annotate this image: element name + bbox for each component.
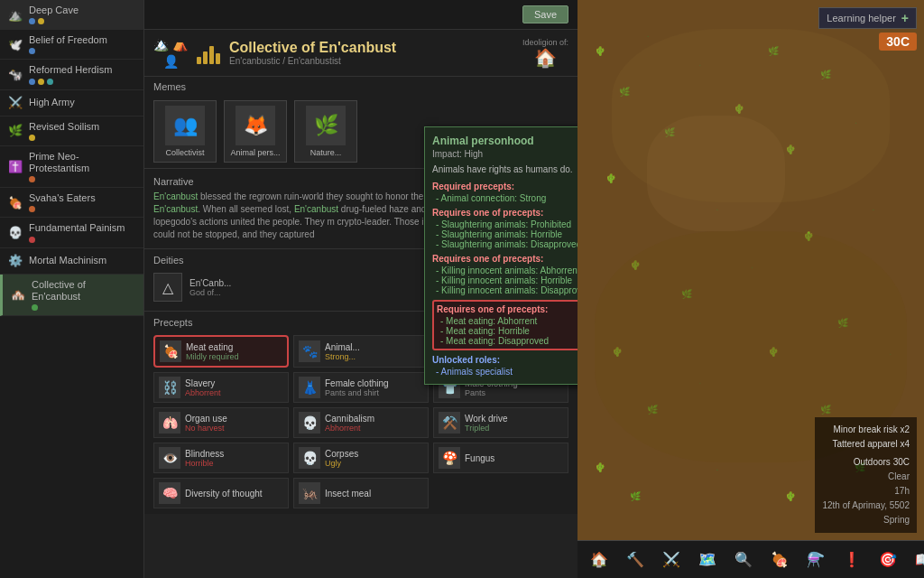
precept-item-female-clothing[interactable]: 👗 Female clothing Pants and shirt bbox=[293, 372, 429, 403]
sidebar-item-reformed-herdism[interactable]: 🐄 Reformed Herdism bbox=[0, 60, 143, 89]
precept-value-cannibalism: Abhorrent bbox=[325, 424, 423, 433]
precept-item-animal-rights[interactable]: 🐾 Animal... Strong... bbox=[293, 335, 429, 368]
precept-name-diversity-thought: Diversity of thought bbox=[185, 489, 283, 499]
sidebar-item-collective-encanbust[interactable]: 🏘️ Collective of En'canbust bbox=[0, 275, 143, 316]
precept-icon-meat-eating: 🍖 bbox=[160, 340, 181, 362]
tooltip-one-item-1: - Slaughtering animals: Disapproved bbox=[436, 239, 578, 249]
sidebar-dots-belief-freedom bbox=[29, 48, 107, 54]
memes-label: Memes bbox=[144, 77, 578, 95]
precept-item-cannibalism[interactable]: 💀 Cannibalism Abhorrent bbox=[293, 407, 429, 438]
food-icon[interactable]: 🍖 bbox=[767, 547, 792, 572]
home-icon[interactable]: 🏠 bbox=[587, 547, 612, 572]
tooltip-one-item-2: - Killing innocent animals: Abhorrent bbox=[436, 266, 578, 275]
deity-info-encanbust-deity: En'Canb... God of... bbox=[189, 278, 231, 297]
meme-card-animal-personhood[interactable]: 🦊 Animal pers... bbox=[224, 100, 287, 163]
attack-icon[interactable]: ⚔️ bbox=[659, 547, 684, 572]
tooltip-meat-eating-box: Requires one of precepts: - Meat eating:… bbox=[432, 300, 578, 350]
sidebar-icon-prime-neo: ✝️ bbox=[7, 158, 23, 174]
precept-value-female-clothing: Pants and shirt bbox=[325, 388, 423, 397]
build-icon[interactable]: 🔨 bbox=[623, 547, 648, 572]
sidebar-item-fundamental-painism[interactable]: 💀 Fundamental Painism bbox=[0, 218, 143, 247]
sidebar-label-revised-soilism: Revised Soilism bbox=[29, 121, 99, 133]
sidebar-item-mortal-machinism[interactable]: ⚙️ Mortal Machinism bbox=[0, 248, 143, 275]
book-icon[interactable]: 📖 bbox=[911, 547, 924, 572]
tooltip-requires-one-1: Requires one of precepts: - Slaughtering… bbox=[432, 208, 578, 249]
sidebar-item-prime-neo[interactable]: ✝️ Prime Neo-Protestantism bbox=[0, 146, 143, 188]
bottom-toolbar: 🏠🔨⚔️🗺️🔍🍖⚗️❗🎯📖🏛️💡☰ Menu bbox=[578, 540, 924, 578]
dot-yellow bbox=[29, 135, 35, 141]
learning-helper-plus[interactable]: + bbox=[901, 11, 909, 25]
sidebar-dots-svahas-eaters bbox=[29, 206, 96, 212]
weather-status: Clear bbox=[822, 470, 910, 484]
narrative-highlight: En'canbust bbox=[153, 191, 198, 201]
precept-item-slavery[interactable]: ⛓️ Slavery Abhorrent bbox=[153, 372, 289, 403]
precept-value-corpses: Ugly bbox=[325, 459, 423, 468]
sidebar-item-svahas-eaters[interactable]: 🍖 Svaha's Eaters bbox=[0, 188, 143, 218]
status-panel: Minor break risk x2 Tattered apparel x4 … bbox=[815, 417, 917, 533]
precept-icon-corpses: 💀 bbox=[299, 447, 320, 469]
precept-info-slavery: Slavery Abhorrent bbox=[185, 378, 283, 397]
tooltip-meat-item: - Meat eating: Abhorrent bbox=[440, 316, 578, 326]
deity-role-encanbust-deity: God of... bbox=[189, 288, 231, 297]
alert-icon[interactable]: ❗ bbox=[839, 547, 864, 572]
precept-icon-work-drive: ⚒️ bbox=[439, 412, 460, 434]
tooltip-req-label-2: Requires one of precepts: bbox=[432, 208, 578, 218]
save-button[interactable]: Save bbox=[522, 5, 568, 23]
precept-item-blindness[interactable]: 👁️ Blindness Horrible bbox=[153, 443, 289, 473]
narrative-highlight: En'canbust bbox=[294, 204, 338, 214]
precept-value-slavery: Abhorrent bbox=[185, 388, 283, 397]
sidebar-icon-high-army: ⚔️ bbox=[7, 95, 23, 111]
center-panel: Save 🏔️ ⛺ 👤 Collective of En'canbust En'… bbox=[144, 0, 578, 578]
precept-info-corpses: Corpses Ugly bbox=[325, 449, 423, 468]
precept-name-work-drive: Work drive bbox=[465, 414, 563, 424]
colony-tent-icon: ⛺ bbox=[172, 37, 188, 51]
tooltip-unlocked-label: Unlocked roles: bbox=[432, 355, 578, 365]
precept-item-diversity-thought[interactable]: 🧠 Diversity of thought bbox=[153, 478, 289, 508]
sidebar-label-reformed-herdism: Reformed Herdism bbox=[29, 64, 112, 76]
sidebar-label-collective-encanbust: Collective of En'canbust bbox=[32, 279, 136, 303]
tooltip-requires-one-2: Requires one of precepts: - Killing inno… bbox=[432, 254, 578, 295]
precept-item-insect-meal[interactable]: 🦗 Insect meal bbox=[293, 478, 429, 508]
precept-name-blindness: Blindness bbox=[185, 449, 283, 459]
precept-item-work-drive[interactable]: ⚒️ Work drive Tripled bbox=[433, 407, 568, 438]
sidebar-label-fundamental-painism: Fundamental Painism bbox=[29, 222, 125, 234]
research-icon[interactable]: ⚗️ bbox=[803, 547, 828, 572]
precept-icon-cannibalism: 💀 bbox=[299, 412, 320, 434]
precept-item-meat-eating[interactable]: 🍖 Meat eating Mildly required bbox=[153, 335, 289, 368]
audio-bars bbox=[197, 42, 220, 64]
precept-icon-female-clothing: 👗 bbox=[299, 377, 320, 398]
tooltip-req-label-1: Required precepts: bbox=[432, 182, 578, 191]
sidebar-item-deep-cave[interactable]: ⛰️ Deep Cave bbox=[0, 0, 143, 30]
season-status: Spring bbox=[822, 513, 910, 527]
sidebar-label-high-army: High Army bbox=[29, 97, 75, 108]
precept-name-animal-rights: Animal... bbox=[325, 342, 423, 352]
tree-2: . bbox=[647, 29, 650, 39]
sidebar-label-prime-neo: Prime Neo-Protestantism bbox=[29, 151, 136, 174]
meme-card-collectivist[interactable]: 👥 Collectivist bbox=[153, 100, 217, 163]
precept-icon-fungus: 🍄 bbox=[439, 447, 460, 469]
sidebar-item-belief-freedom[interactable]: 🕊️ Belief of Freedom bbox=[0, 30, 143, 60]
precept-name-fungus: Fungus bbox=[465, 453, 563, 463]
precept-info-insect-meal: Insect meal bbox=[325, 489, 423, 499]
sidebar-item-revised-soilism[interactable]: 🌿 Revised Soilism bbox=[0, 117, 143, 146]
precept-item-fungus[interactable]: 🍄 Fungus bbox=[433, 443, 568, 473]
terrain-patch-2 bbox=[647, 116, 786, 231]
meme-card-nature-worship[interactable]: 🌿 Nature... bbox=[294, 100, 357, 163]
map-icon[interactable]: 🗺️ bbox=[695, 547, 720, 572]
precept-icon-organ-use: 🫁 bbox=[159, 412, 180, 434]
precept-item-organ-use[interactable]: 🫁 Organ use No harvest bbox=[153, 407, 289, 438]
search-icon[interactable]: 🔍 bbox=[731, 547, 756, 572]
sidebar-item-high-army[interactable]: ⚔️ High Army bbox=[0, 90, 143, 117]
dot-orange bbox=[29, 176, 35, 182]
precept-item-corpses[interactable]: 💀 Corpses Ugly bbox=[293, 443, 429, 473]
precept-info-cannibalism: Cannibalism Abhorrent bbox=[325, 414, 423, 433]
target-icon[interactable]: 🎯 bbox=[875, 547, 901, 572]
tooltip-required-precepts: Required precepts: - Animal connection: … bbox=[432, 182, 578, 203]
precept-info-work-drive: Work drive Tripled bbox=[465, 414, 563, 433]
colony-icons: 🏔️ ⛺ 👤 bbox=[153, 37, 188, 69]
right-hud: Learning helper + 30C bbox=[818, 7, 917, 51]
colony-header: 🏔️ ⛺ 👤 Collective of En'canbust En'canbu… bbox=[144, 30, 578, 77]
sidebar-dots-deep-cave bbox=[29, 18, 79, 24]
deity-name-encanbust-deity: En'Canb... bbox=[189, 278, 231, 288]
tooltip-one-item-1: - Slaughtering animals: Prohibited bbox=[436, 219, 578, 229]
